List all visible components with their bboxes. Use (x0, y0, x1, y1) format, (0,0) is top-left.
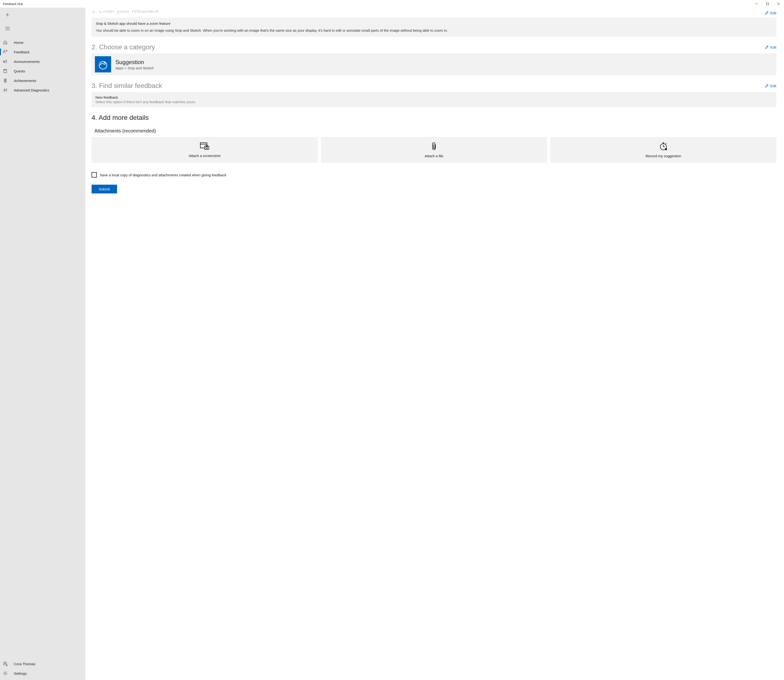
pencil-icon (765, 45, 769, 49)
svg-rect-1 (767, 3, 769, 5)
similar-option-title: New feedback (95, 95, 773, 99)
sidebar-item-announcements[interactable]: Announcements (0, 57, 85, 66)
diagnostics-icon (1, 88, 9, 92)
maximize-button[interactable] (762, 0, 773, 8)
category-title: Suggestion (115, 59, 154, 66)
step3-title: 3. Find similar feedback (91, 82, 162, 90)
sidebar-item-label: Quests (14, 69, 25, 73)
svg-line-30 (666, 143, 666, 144)
step1-summary-box: Snip & Sketch app should have a zoom fea… (91, 17, 776, 37)
save-local-copy-checkbox[interactable]: Save a local copy of diagnostics and att… (91, 172, 776, 178)
sidebar-item-achievements[interactable]: Achievements (0, 76, 85, 85)
user-icon (1, 661, 9, 667)
step1-title: 1. Enter your feedback (91, 11, 159, 15)
feedback-body: You should be able to zoom in on an imag… (96, 28, 772, 33)
quests-icon (1, 69, 9, 73)
category-path: Apps > Snip and Sketch (115, 66, 154, 70)
step4-section: 4. Add more details Attachments (recomme… (91, 114, 776, 194)
sidebar-item-label: Announcements (14, 60, 39, 64)
step2-edit-button[interactable]: Edit (765, 45, 776, 49)
back-button[interactable] (3, 10, 13, 19)
close-button[interactable] (773, 0, 784, 8)
record-suggestion-button[interactable]: Record my suggestion (551, 137, 776, 163)
attach-screenshot-button[interactable]: Attach a screenshot (91, 137, 318, 163)
svg-rect-24 (206, 145, 207, 146)
gear-icon (1, 671, 9, 676)
step1-edit-button[interactable]: Edit (765, 11, 776, 15)
svg-point-10 (5, 79, 6, 80)
sidebar-item-diagnostics[interactable]: Advanced Diagnostics (0, 85, 85, 95)
achievements-icon (1, 78, 9, 83)
sidebar-settings[interactable]: Settings (0, 669, 85, 678)
attach-file-button[interactable]: Attach a file (321, 137, 547, 163)
hamburger-button[interactable] (3, 24, 13, 33)
attach-label: Attach a file (425, 154, 443, 158)
step1-section: 1. Enter your feedback Edit Snip & Sketc… (91, 11, 776, 37)
svg-point-9 (4, 79, 6, 81)
pencil-icon (765, 84, 769, 88)
edit-label: Edit (770, 11, 776, 15)
sidebar: Home Feedback Announcements Quests (0, 8, 85, 680)
attach-label: Record my suggestion (645, 154, 681, 158)
attach-label: Attach a screenshot (189, 154, 221, 158)
stopwatch-icon (659, 142, 668, 151)
sidebar-item-label: Feedback (14, 50, 30, 54)
main-content: 1. Enter your feedback Edit Snip & Sketc… (85, 8, 784, 680)
svg-point-12 (6, 89, 7, 90)
step3-section: 3. Find similar feedback Edit New feedba… (91, 82, 776, 107)
step2-title: 2. Choose a category (91, 43, 155, 51)
svg-point-19 (104, 62, 105, 63)
sidebar-item-quests[interactable]: Quests (0, 66, 85, 76)
sidebar-user[interactable]: Cora Thomas (0, 659, 85, 669)
checkbox-label: Save a local copy of diagnostics and att… (100, 173, 226, 177)
titlebar: Feedback Hub (0, 0, 784, 8)
minimize-button[interactable] (751, 0, 762, 8)
similar-feedback-box: New feedback Select this option if there… (91, 92, 776, 107)
window-title: Feedback Hub (3, 2, 751, 6)
home-icon (1, 40, 9, 44)
sidebar-item-feedback[interactable]: Feedback (0, 47, 85, 57)
submit-button[interactable]: Submit (91, 185, 117, 194)
checkbox-box (91, 172, 97, 178)
settings-label: Settings (14, 671, 27, 675)
edit-label: Edit (770, 84, 776, 88)
screenshot-icon (200, 142, 209, 150)
svg-point-11 (4, 90, 5, 91)
sidebar-item-label: Home (14, 41, 24, 44)
svg-point-31 (665, 148, 667, 150)
sidebar-item-label: Advanced Diagnostics (14, 88, 49, 92)
edit-label: Edit (770, 45, 776, 49)
category-box: Suggestion Apps > Snip and Sketch (91, 54, 776, 75)
sidebar-item-label: Achievements (14, 79, 36, 83)
svg-point-17 (5, 673, 6, 674)
feedback-icon (1, 50, 9, 54)
step4-title: 4. Add more details (91, 114, 149, 121)
attachments-heading: Attachments (recommended) (95, 128, 776, 134)
category-icon (95, 56, 111, 72)
svg-rect-8 (4, 69, 7, 73)
sidebar-item-home[interactable]: Home (0, 38, 85, 47)
user-label: Cora Thomas (14, 662, 36, 666)
svg-point-7 (3, 50, 5, 52)
window-controls (751, 0, 784, 8)
feedback-title: Snip & Sketch app should have a zoom fea… (96, 22, 772, 25)
similar-option-desc: Select this option if there isn't any fe… (95, 100, 773, 104)
step3-edit-button[interactable]: Edit (765, 84, 776, 88)
step2-section: 2. Choose a category Edit Suggestion App… (91, 43, 776, 75)
paperclip-icon (431, 142, 437, 151)
pencil-icon (765, 11, 769, 15)
megaphone-icon (1, 60, 9, 63)
